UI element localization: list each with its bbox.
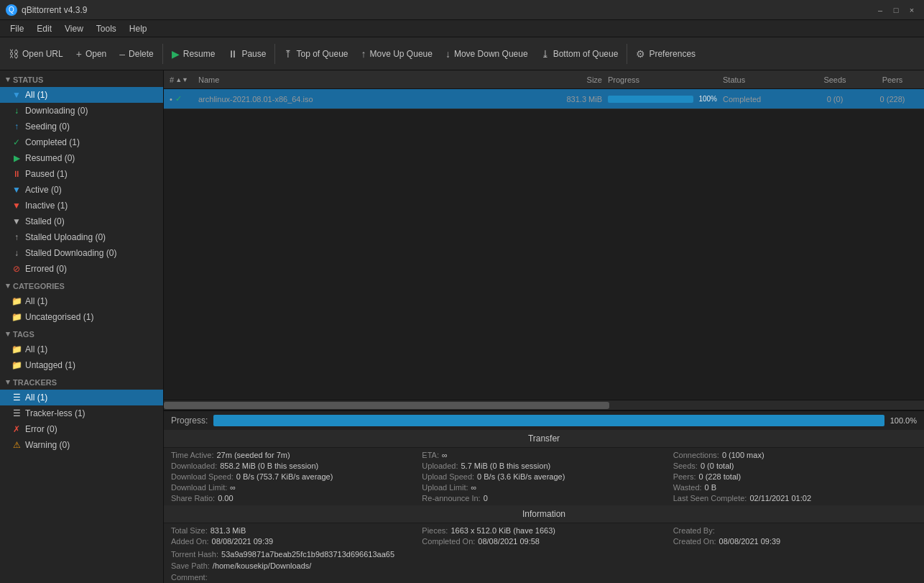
top-queue-button[interactable]: ⤒ Top of Queue xyxy=(278,45,354,63)
detail-uploaded: Uploaded: 5.7 MiB (0 B this session) xyxy=(422,462,665,470)
sidebar-error-label: Error (0) xyxy=(25,424,57,434)
detail-last-seen: Last Seen Complete: 02/11/2021 01:02 xyxy=(673,494,917,502)
maximize-button[interactable]: □ xyxy=(890,4,902,17)
upload-speed-label: Upload Speed: xyxy=(422,472,474,481)
progress-pct: 100.0% xyxy=(890,416,917,425)
seeds-value: 0 (0 total) xyxy=(701,462,734,470)
row-peers: 0 (228) xyxy=(864,95,921,104)
sidebar-item-seeding[interactable]: ↑ Seeding (0) xyxy=(0,119,163,134)
menu-help[interactable]: Help xyxy=(124,22,153,35)
tag-all-icon: 📁 xyxy=(11,344,22,354)
horizontal-scrollbar[interactable] xyxy=(164,400,924,410)
tracker-all-icon: ☰ xyxy=(11,393,22,403)
open-url-button[interactable]: ⛓ Open URL xyxy=(3,45,69,63)
trackers-section-header[interactable]: ▾ TRACKERS xyxy=(0,373,163,390)
categories-section-header[interactable]: ▾ CATEGORIES xyxy=(0,277,163,293)
detail-downloaded: Downloaded: 858.2 MiB (0 B this session) xyxy=(171,462,415,470)
sidebar-item-all[interactable]: ▼ All (1) xyxy=(0,87,163,103)
col-header-name[interactable]: Name xyxy=(195,75,533,84)
minimize-button[interactable]: – xyxy=(874,4,887,17)
reannounce-label: Re-announce In: xyxy=(422,494,480,502)
torrent-list[interactable]: • ✓ archlinux-2021.08.01-x86_64.iso 831.… xyxy=(164,89,924,400)
sidebar-item-error[interactable]: ✗ Error (0) xyxy=(0,421,163,437)
torrent-peers: 0 (228) xyxy=(880,95,905,104)
sidebar-item-downloading[interactable]: ↓ Downloading (0) xyxy=(0,103,163,119)
pause-button[interactable]: ⏸ Pause xyxy=(222,45,272,63)
sidebar-item-inactive[interactable]: ▼ Inactive (1) xyxy=(0,198,163,214)
toolbar-separator-1 xyxy=(162,44,163,64)
close-button[interactable]: × xyxy=(905,4,918,17)
delete-button[interactable]: – Delete xyxy=(114,45,159,63)
sidebar-item-resumed[interactable]: ▶ Resumed (0) xyxy=(0,150,163,166)
move-up-button[interactable]: ↑ Move Up Queue xyxy=(356,45,438,63)
sidebar-item-stalled-uploading[interactable]: ↑ Stalled Uploading (0) xyxy=(0,229,163,245)
move-down-icon: ↓ xyxy=(445,48,451,60)
toolbar-separator-3 xyxy=(627,44,627,64)
trackers-chevron-icon: ▾ xyxy=(6,377,10,387)
sidebar-item-errored[interactable]: ⊘ Errored (0) xyxy=(0,261,163,277)
trackers-section-label: TRACKERS xyxy=(13,378,57,387)
hash-value: 53a9a99871a7beab25fc1b9d83713d696613aa65 xyxy=(221,550,394,559)
status-section-header[interactable]: ▾ STATUS xyxy=(0,70,163,87)
torrent-seeds: 0 (0) xyxy=(827,95,844,104)
col-size-label: Size xyxy=(587,75,602,84)
menu-edit[interactable]: Edit xyxy=(31,22,57,35)
active-icon: ▼ xyxy=(11,185,22,195)
sidebar-stalled-uploading-label: Stalled Uploading (0) xyxy=(25,232,106,242)
move-down-button[interactable]: ↓ Move Down Queue xyxy=(440,45,534,63)
detail-added-on: Added On: 08/08/2021 09:39 xyxy=(171,537,415,546)
pieces-label: Pieces: xyxy=(422,526,448,535)
time-active-label: Time Active: xyxy=(171,451,214,459)
menu-view[interactable]: View xyxy=(59,22,89,35)
detail-pieces: Pieces: 1663 x 512.0 KiB (have 1663) xyxy=(422,526,665,535)
sidebar-item-warning[interactable]: ⚠ Warning (0) xyxy=(0,437,163,453)
row-size: 831.3 MiB xyxy=(533,95,605,104)
move-down-label: Move Down Queue xyxy=(454,49,528,59)
sidebar-item-active[interactable]: ▼ Active (0) xyxy=(0,182,163,198)
scrollbar-thumb[interactable] xyxy=(164,402,609,409)
sidebar-item-stalled-downloading[interactable]: ↓ Stalled Downloading (0) xyxy=(0,245,163,261)
torrent-name: archlinux-2021.08.01-x86_64.iso xyxy=(198,95,313,104)
col-header-status[interactable]: Status xyxy=(720,75,806,84)
sidebar-item-tag-all[interactable]: 📁 All (1) xyxy=(0,341,163,357)
sidebar-item-stalled[interactable]: ▼ Stalled (0) xyxy=(0,214,163,229)
col-header-progress[interactable]: Progress xyxy=(605,75,720,84)
open-url-label: Open URL xyxy=(22,49,63,59)
upload-speed-value: 0 B/s (3.6 KiB/s average) xyxy=(477,472,565,481)
col-header-peers[interactable]: Peers xyxy=(864,75,921,84)
menu-file[interactable]: File xyxy=(4,22,29,35)
sidebar-item-completed[interactable]: ✓ Completed (1) xyxy=(0,134,163,150)
window-controls[interactable]: – □ × xyxy=(874,4,918,17)
tags-section-header[interactable]: ▾ TAGS xyxy=(0,325,163,341)
resume-button[interactable]: ▶ Resume xyxy=(166,45,221,63)
reannounce-value: 0 xyxy=(484,494,488,502)
errored-icon: ⊘ xyxy=(11,264,22,274)
col-header-seeds[interactable]: Seeds xyxy=(806,75,864,84)
menu-tools[interactable]: Tools xyxy=(91,22,122,35)
table-row[interactable]: • ✓ archlinux-2021.08.01-x86_64.iso 831.… xyxy=(164,89,924,109)
toolbar: ⛓ Open URL + Open – Delete ▶ Resume ⏸ Pa… xyxy=(0,37,924,70)
col-header-size[interactable]: Size xyxy=(533,75,605,84)
sidebar-errored-label: Errored (0) xyxy=(25,264,67,274)
preferences-icon: ⚙ xyxy=(636,48,645,60)
pause-icon: ⏸ xyxy=(228,48,238,60)
bottom-queue-button[interactable]: ⤓ Bottom of Queue xyxy=(535,45,624,63)
completed-icon: ✓ xyxy=(11,137,22,147)
app-title: qBittorrent v4.3.9 xyxy=(22,5,87,15)
sidebar-item-untagged[interactable]: 📁 Untagged (1) xyxy=(0,357,163,373)
sidebar-item-tracker-all[interactable]: ☰ All (1) xyxy=(0,390,163,405)
sidebar-item-tracker-less[interactable]: ☰ Tracker-less (1) xyxy=(0,405,163,421)
progress-label: Progress: xyxy=(171,416,208,426)
move-up-icon: ↑ xyxy=(361,48,366,60)
hash-row: Torrent Hash: 53a9a99871a7beab25fc1b9d83… xyxy=(164,548,924,560)
preferences-button[interactable]: ⚙ Preferences xyxy=(630,45,701,63)
sidebar-item-cat-all[interactable]: 📁 All (1) xyxy=(0,293,163,309)
sidebar-item-paused[interactable]: ⏸ Paused (1) xyxy=(0,166,163,182)
sidebar-item-uncategorised[interactable]: 📁 Uncategorised (1) xyxy=(0,309,163,325)
open-button[interactable]: + Open xyxy=(70,45,113,63)
seeding-icon: ↑ xyxy=(11,121,22,132)
all-icon: ▼ xyxy=(11,90,22,100)
titlebar: Q qBittorrent v4.3.9 – □ × xyxy=(0,0,924,20)
row-num: • ✓ xyxy=(167,94,195,104)
col-header-num[interactable]: # ▲▼ xyxy=(167,75,195,84)
